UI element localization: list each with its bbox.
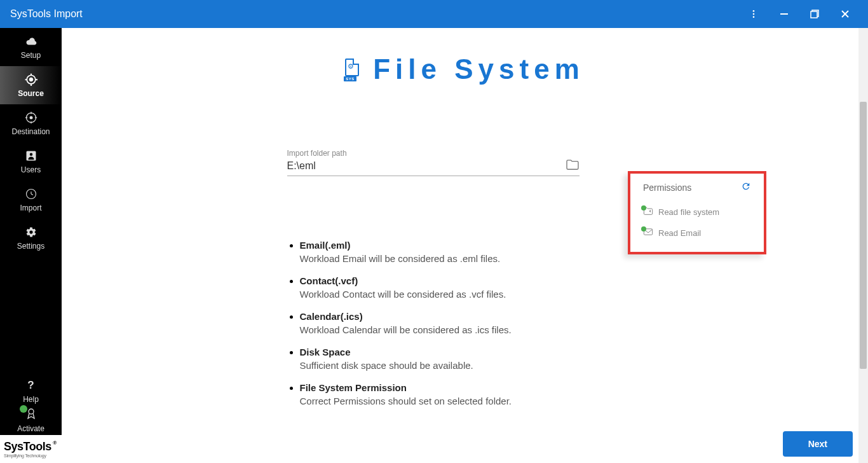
sidebar-item-label: Users — [21, 165, 41, 174]
help-icon: ? — [27, 378, 34, 392]
badge-icon — [26, 408, 36, 422]
svg-line-18 — [31, 194, 33, 195]
location-icon — [25, 111, 37, 125]
sidebar-item-setup[interactable]: Setup — [0, 28, 62, 66]
permission-item: Read Email — [633, 223, 761, 243]
titlebar: SysTools Import — [0, 0, 868, 28]
sidebar-item-label: Activate — [17, 424, 44, 433]
sidebar-item-settings[interactable]: Settings — [0, 219, 62, 257]
maximize-button[interactable] — [802, 1, 827, 27]
user-icon — [25, 149, 37, 163]
permissions-title: Permissions — [643, 183, 691, 193]
svg-point-15 — [29, 153, 32, 156]
more-vert-icon[interactable] — [741, 1, 766, 27]
refresh-icon — [741, 181, 751, 191]
svg-point-1 — [753, 13, 755, 15]
footer: Next — [62, 425, 868, 463]
gear-icon — [25, 225, 37, 239]
window-controls — [741, 1, 858, 27]
target-icon — [25, 73, 37, 86]
sidebar-item-label: Settings — [17, 242, 44, 251]
svg-point-8 — [29, 116, 32, 120]
main-content: ⚙ SYS File System Import folder path — [62, 28, 868, 463]
scrollbar-thumb[interactable] — [860, 102, 867, 369]
permissions-card: Permissions Read file system Read Email — [628, 171, 766, 254]
page-header: ⚙ SYS File System — [125, 53, 804, 85]
import-folder-path-input[interactable] — [287, 160, 559, 172]
cloud-icon — [25, 34, 37, 48]
svg-point-2 — [753, 16, 755, 18]
page-title: File System — [373, 53, 585, 85]
sidebar-item-destination[interactable]: Destination — [0, 104, 62, 142]
permission-label: Read Email — [658, 228, 701, 238]
folder-share-icon — [643, 207, 653, 218]
list-item: File System Permission Correct Permissio… — [300, 382, 700, 406]
description-list: Email(.eml) Workload Email will be consi… — [287, 240, 700, 406]
sidebar-item-label: Import — [20, 204, 41, 212]
sidebar-item-import[interactable]: Import — [0, 181, 62, 219]
sidebar-item-label: Source — [18, 89, 44, 98]
refresh-permissions-button[interactable] — [741, 181, 751, 194]
list-item: Calendar(.ics) Workload Calendar will be… — [300, 311, 700, 335]
app-title: SysTools Import — [10, 8, 741, 20]
svg-rect-5 — [811, 11, 817, 18]
clock-icon — [25, 187, 37, 201]
svg-point-0 — [753, 10, 755, 12]
sidebar-item-help[interactable]: ? Help — [0, 377, 62, 406]
sidebar-item-source[interactable]: Source — [0, 66, 62, 104]
svg-rect-3 — [780, 13, 788, 15]
sidebar-item-label: Help — [23, 395, 39, 404]
sidebar: Setup Source Destination Users — [0, 28, 62, 463]
permission-item: Read file system — [633, 202, 761, 223]
svg-point-19 — [29, 409, 34, 414]
list-item: Contact(.vcf) Workload Contact will be c… — [300, 275, 700, 300]
mail-icon — [643, 228, 653, 238]
minimize-button[interactable] — [771, 1, 797, 27]
sidebar-item-label: Setup — [21, 51, 41, 60]
folder-icon — [566, 159, 580, 170]
sidebar-item-activate[interactable]: Activate — [0, 406, 62, 435]
sidebar-item-users[interactable]: Users — [0, 142, 62, 181]
scrollbar[interactable] — [858, 28, 868, 463]
file-system-icon: ⚙ SYS — [345, 59, 363, 80]
next-button[interactable]: Next — [783, 431, 853, 457]
brand-logo: SysTools Simplifying Technology — [0, 435, 62, 463]
close-button[interactable] — [832, 1, 858, 27]
list-item: Disk Space Sufficient disk space should … — [300, 347, 700, 371]
sidebar-item-label: Destination — [11, 127, 50, 136]
permission-label: Read file system — [658, 207, 719, 217]
browse-folder-button[interactable] — [566, 159, 580, 173]
input-label: Import folder path — [287, 149, 700, 158]
